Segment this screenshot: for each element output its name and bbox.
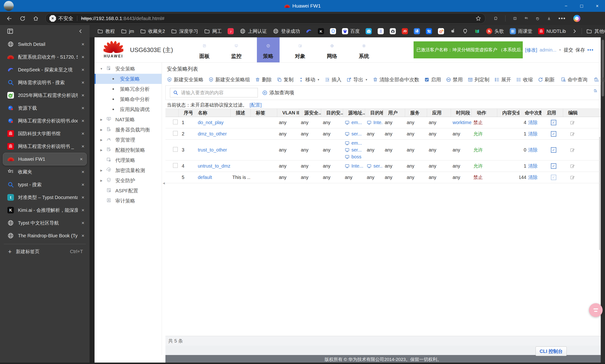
close-tab-icon[interactable]: × — [81, 92, 84, 98]
close-button[interactable]: × — [589, 0, 605, 12]
table-row[interactable]: 5 default This is ... any any any any an… — [166, 172, 601, 183]
toolbar-新建安全策略[interactable]: 新建安全策略 — [167, 76, 204, 83]
column-header[interactable]: 时间段 — [451, 109, 472, 117]
nav-监控[interactable]: 监控 — [225, 37, 248, 62]
close-tab-icon[interactable]: × — [81, 54, 84, 60]
user-dropdown-icon[interactable]: ▼ — [559, 49, 561, 51]
toolbar-展开[interactable]: 展开 — [494, 76, 511, 83]
bookmark-item[interactable]: 译 — [414, 28, 420, 34]
tab-item[interactable]: 国防科技大学图书馆 × — [0, 127, 90, 140]
tab-item[interactable]: 配置系统启动文件 - S1720, S2700, × — [0, 51, 90, 63]
address-link[interactable]: boss — [351, 153, 361, 160]
close-tab-icon[interactable]: × — [81, 105, 84, 111]
tree-item-安全策略[interactable]: ▼ 安全策略 — [94, 64, 162, 74]
column-header[interactable]: 动作 — [472, 109, 497, 117]
tab-item[interactable]: 网络工程需求分析说明书.doc-ITAD × — [0, 114, 90, 127]
enabled-checkbox[interactable]: ✓ — [551, 163, 556, 169]
tab-item[interactable]: in 2025年网络工程需求分析说明书样 × — [0, 89, 90, 102]
bookmark-item[interactable]: 上网认证 — [240, 28, 267, 35]
row-select-checkbox[interactable] — [173, 131, 178, 136]
favorites-icon[interactable] — [524, 16, 528, 20]
home-icon[interactable] — [32, 14, 40, 23]
clear-hits-link[interactable]: 清除 — [528, 131, 538, 137]
column-header[interactable]: 服务 — [405, 109, 427, 117]
close-tab-icon[interactable]: × — [81, 80, 84, 85]
tree-collapse-handle[interactable]: ◀ — [162, 178, 166, 189]
bookmark-item[interactable]: 登录成功 — [273, 28, 300, 35]
policy-name-link[interactable]: dmz_to_other — [198, 131, 227, 136]
table-row[interactable]: 4 untrust_to_dmz any any any Inte... ser… — [166, 160, 601, 172]
clear-hits-link[interactable]: 清除 — [528, 163, 538, 169]
policy-name-link[interactable]: trust_to_other — [198, 147, 227, 153]
tree-item-代理策略[interactable]: 代理策略 — [94, 155, 162, 165]
edit-pencil-icon[interactable] — [570, 164, 601, 169]
new-tab-button[interactable]: + 新建标签页 Ctrl+T — [0, 245, 90, 258]
floating-assistant-button[interactable] — [589, 303, 603, 317]
tree-item-策略命中分析[interactable]: •策略命中分析 — [94, 94, 162, 104]
close-tab-icon[interactable]: × — [81, 143, 84, 149]
other-bookmarks-folder[interactable]: 其他收藏夹 — [586, 28, 605, 35]
nav-网络[interactable]: 网络 — [321, 37, 343, 62]
bookmark-item[interactable] — [366, 28, 372, 34]
bookmark-item[interactable]: K — [318, 28, 324, 34]
table-row[interactable]: 2 dmz_to_other any any any ser... any an… — [166, 128, 601, 140]
row-select-checkbox[interactable] — [173, 120, 178, 124]
address-link[interactable]: Inte... — [373, 119, 383, 126]
tree-item-安全防护[interactable]: ▶ 安全防护 — [94, 175, 162, 185]
nav-对象[interactable]: 对象 — [289, 37, 311, 62]
policy-name-link[interactable]: untrust_to_dmz — [198, 163, 231, 169]
downloads-icon[interactable] — [547, 16, 551, 20]
column-header[interactable]: 序号 — [179, 109, 193, 117]
toolbar-导出[interactable]: 导出▼ — [347, 76, 368, 83]
tab-item[interactable]: Typst 中文社区导航 × — [0, 217, 90, 229]
bookmark-item[interactable] — [450, 28, 456, 34]
column-header[interactable]: 启用 — [541, 109, 563, 117]
close-tab-icon[interactable]: × — [81, 169, 84, 175]
policy-name-link[interactable]: do_not_play — [198, 120, 224, 125]
add-query-button[interactable]: 添加查询项 — [262, 88, 294, 97]
bookmark-item[interactable]: 百度 — [342, 28, 360, 35]
page-scrollbar[interactable] — [601, 37, 605, 364]
search-input-box[interactable] — [170, 88, 258, 97]
bookmark-item[interactable] — [330, 28, 336, 34]
tab-item[interactable]: Switch Detail × — [0, 38, 90, 51]
toolbar-列定制[interactable]: 列定制 — [468, 76, 489, 83]
close-tab-icon[interactable]: × — [81, 233, 84, 238]
refresh-icon[interactable] — [18, 14, 26, 23]
edit-pencil-icon[interactable] — [570, 132, 601, 136]
close-tab-icon[interactable]: × — [81, 195, 84, 200]
save-button[interactable]: 保存 — [576, 47, 585, 53]
toolbar-复制[interactable]: 复制 — [277, 76, 294, 83]
minimize-button[interactable]: − — [558, 0, 574, 12]
toolbar-删除[interactable]: 删除 — [255, 76, 272, 83]
tab-item[interactable]: DeepSeek - 探索未至之境 × — [0, 63, 90, 76]
maximize-button[interactable]: □ — [574, 0, 589, 12]
toolbar-移动[interactable]: 移动▼ — [298, 76, 320, 83]
tree-item-审计策略[interactable]: 审计策略 — [94, 196, 162, 206]
bookmark-item[interactable]: JD — [402, 28, 408, 34]
toolbar-禁用[interactable]: 禁用 — [446, 76, 463, 83]
tree-item-配额控制策略[interactable]: ▶ 配额控制策略 — [94, 145, 162, 155]
tree-item-应用风险调优[interactable]: •应用风险调优 — [94, 104, 162, 114]
enabled-checkbox[interactable]: ✓ — [551, 120, 556, 125]
enabled-checkbox[interactable]: ✓ — [551, 131, 556, 137]
column-header[interactable]: 编辑 — [563, 109, 601, 117]
configure-link[interactable]: [配置] — [250, 102, 262, 107]
clear-hits-link[interactable]: 清除 — [528, 119, 538, 126]
edit-pencil-icon[interactable] — [570, 120, 601, 125]
bookmark-item[interactable]: 教程 — [97, 28, 115, 35]
tree-item-策略冗余分析[interactable]: •策略冗余分析 — [94, 84, 162, 94]
bookmark-item[interactable]: 知 — [426, 28, 432, 34]
column-header[interactable]: 名称 — [193, 109, 231, 117]
tree-item-带宽管理[interactable]: ▶ 带宽管理 — [94, 135, 162, 145]
tab-item[interactable]: The Raindrop-Blue Book (Typst中 × — [0, 229, 90, 242]
table-row[interactable]: 3 trust_to_other any any any em...ser...… — [166, 140, 601, 160]
bookmark-item[interactable] — [390, 28, 396, 34]
tab-item[interactable]: 网络工程需求分析说明书 _ × — [0, 140, 90, 153]
close-tab-icon[interactable]: × — [81, 220, 84, 226]
tab-item[interactable]: 收藏夹 × — [0, 166, 90, 178]
close-tab-icon[interactable]: × — [81, 118, 84, 124]
table-row[interactable]: 1 do_not_play any any any em... Inte... … — [166, 117, 601, 128]
toolbar-新建安全策略组[interactable]: 新建安全策略组 — [208, 76, 250, 83]
bookmark-item[interactable]: NUDTLib — [538, 28, 566, 34]
